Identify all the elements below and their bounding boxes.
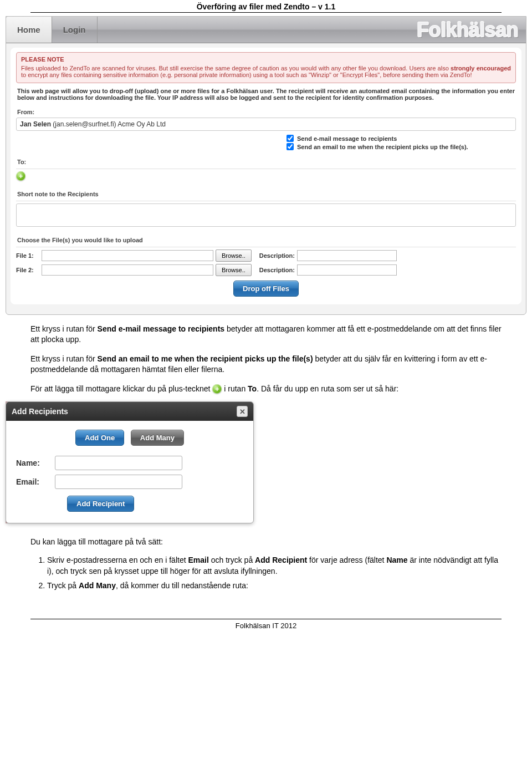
- file1-path-input[interactable]: [42, 250, 213, 261]
- from-field: Jan Selen (jan.selen@surfnet.fi) Acme Oy…: [16, 118, 516, 131]
- footer-text: Folkhälsan IT 2012: [30, 619, 502, 635]
- opt-notify-me[interactable]: Send an email to me when the recipient p…: [287, 142, 516, 151]
- dialog-close-icon[interactable]: ✕: [237, 406, 248, 417]
- para-1: Ett kryss i rutan för Send e-mail messag…: [30, 324, 502, 345]
- email-input[interactable]: [55, 475, 182, 489]
- add-one-button[interactable]: Add One: [75, 430, 124, 446]
- dialog-screenshot-wrap: Add Recipients ✕ Add One Add Many Name: …: [6, 401, 254, 523]
- list-item-1: Skriv e-postadresserna en och en i fälte…: [47, 555, 502, 577]
- zendto-header: Home Login Folkhälsan: [6, 17, 526, 43]
- file2-path-input[interactable]: [42, 264, 213, 276]
- file1-desc-input[interactable]: [297, 250, 397, 261]
- file2-label: File 2:: [16, 267, 39, 273]
- from-name: Jan Selen: [20, 120, 51, 128]
- file1-browse-button[interactable]: Browse..: [216, 249, 252, 262]
- options-block: Send e-mail message to recipients Send a…: [287, 134, 516, 151]
- tab-login[interactable]: Login: [52, 17, 98, 43]
- list-item-2: Tryck på Add Many, då kommer du till ned…: [47, 580, 502, 592]
- para-2: Ett kryss i rutan för Send an email to m…: [30, 354, 502, 375]
- add-recipient-plus-icon[interactable]: +: [16, 171, 25, 181]
- short-note-input[interactable]: [16, 203, 516, 227]
- add-many-button[interactable]: Add Many: [131, 430, 184, 446]
- opt-send-email-label: Send e-mail message to recipients: [297, 135, 397, 142]
- file2-desc-label: Description:: [259, 267, 295, 273]
- file2-desc-input[interactable]: [297, 264, 397, 276]
- notice-box: PLEASE NOTE Files uploaded to ZendTo are…: [16, 52, 516, 83]
- notice-text-bold: strongly encouraged: [451, 65, 511, 72]
- plus-icon-inline: +: [212, 384, 222, 394]
- dialog-titlebar: Add Recipients ✕: [6, 402, 253, 421]
- short-note-label: Short note to the Recipients: [17, 191, 515, 197]
- choose-files-label: Choose the File(s) you would like to upl…: [17, 237, 515, 243]
- para-3: För att lägga till mottagare klickar du …: [30, 384, 502, 394]
- para-after-dialog: Du kan lägga till mottagare på två sätt:: [30, 537, 502, 547]
- dropoff-button[interactable]: Drop off Files: [233, 281, 299, 297]
- intro-text: This web page will allow you to drop-off…: [17, 88, 515, 101]
- notice-text-2: to encrypt any files containing sensitiv…: [21, 72, 472, 78]
- notice-heading: PLEASE NOTE: [21, 56, 511, 63]
- notice-text-1: Files uploaded to ZendTo are scanned for…: [21, 65, 451, 72]
- opt-notify-me-checkbox[interactable]: [287, 143, 294, 150]
- instruction-list: Skriv e-postadresserna en och en i fälte…: [47, 555, 502, 591]
- file-row-1: File 1: Browse.. Description:: [16, 249, 516, 262]
- add-recipients-dialog: Add Recipients ✕ Add One Add Many Name: …: [6, 401, 254, 523]
- opt-send-email[interactable]: Send e-mail message to recipients: [287, 134, 516, 142]
- opt-notify-me-label: Send an email to me when the recipient p…: [297, 144, 468, 150]
- brand-logo: Folkhälsan: [417, 18, 526, 42]
- email-field-label: Email:: [16, 477, 55, 486]
- opt-send-email-checkbox[interactable]: [287, 135, 294, 142]
- file1-label: File 1:: [16, 252, 39, 259]
- from-label: From:: [17, 109, 515, 115]
- name-input[interactable]: [55, 456, 182, 470]
- to-label: To:: [17, 159, 515, 165]
- name-field-label: Name:: [16, 459, 55, 467]
- from-detail: (jan.selen@surfnet.fi) Acme Oy Ab Ltd: [51, 120, 166, 128]
- add-recipient-button[interactable]: Add Recipient: [67, 496, 134, 512]
- zendto-app-panel: Home Login Folkhälsan PLEASE NOTE Files …: [6, 16, 526, 315]
- file2-browse-button[interactable]: Browse..: [216, 264, 252, 276]
- doc-title: Överföring av filer med Zendto – v 1.1: [30, 0, 502, 13]
- tab-home[interactable]: Home: [6, 17, 52, 43]
- file1-desc-label: Description:: [259, 252, 295, 259]
- file-row-2: File 2: Browse.. Description:: [16, 264, 516, 276]
- dialog-title: Add Recipients: [12, 407, 68, 416]
